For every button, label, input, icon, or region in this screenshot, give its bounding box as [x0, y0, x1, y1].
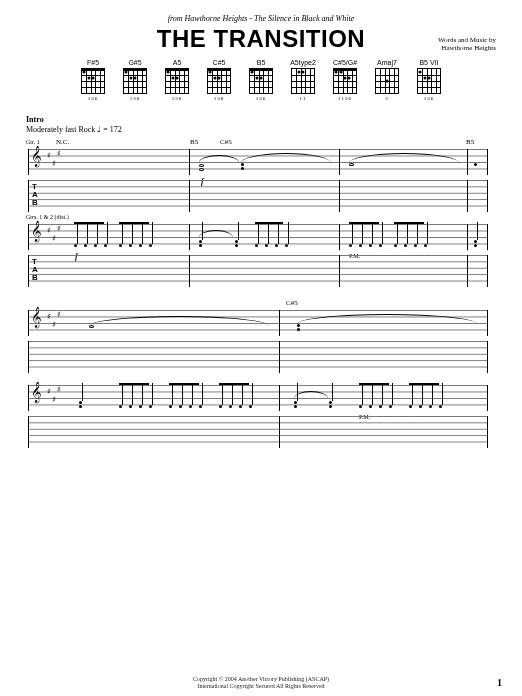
chord-fingering: 1136	[338, 96, 352, 101]
chord-diagram: F#5 136	[78, 59, 108, 101]
copyright-line-1: Copyright © 2004 Another Victory Publish…	[0, 676, 522, 683]
tablature-staff: TAB	[28, 180, 488, 212]
chord-fingering: 136	[424, 96, 435, 101]
chord-fingering: 136	[256, 96, 267, 101]
chord-markers: C#5	[26, 299, 496, 309]
sheet-music-page: from Hawthorne Heights - The Silence in …	[0, 0, 522, 470]
guitar-label: Gtrs. 1 & 2 (dist.)	[26, 214, 69, 220]
chord-diagram: A5type2 11	[288, 59, 318, 101]
chord-grid	[333, 68, 357, 94]
chord-grid	[417, 68, 441, 94]
tablature-staff: TAB	[28, 255, 488, 287]
chord-diagram: B5 136	[246, 59, 276, 101]
from-prefix: from Hawthorne Heights -	[168, 14, 254, 23]
chord-name: F#5	[87, 59, 99, 66]
tab-clef-icon: TAB	[32, 258, 38, 282]
tab-clef-icon: TAB	[32, 183, 38, 207]
chord-diagram: Amaj7 3	[372, 59, 402, 101]
chord-name: A5type2	[290, 59, 316, 66]
chord-name: B5	[257, 59, 266, 66]
chord-diagram: B5 VII 136	[414, 59, 444, 101]
chord-marker: B5	[466, 138, 474, 146]
key-sharp-icon: ♯	[47, 226, 51, 235]
key-sharp-icon: ♯	[57, 310, 61, 319]
chord-grid	[249, 68, 273, 94]
notation-system-1: N.C. B5 C#5 B5 Gtr. 1 𝄞 ♯ ♯ ♯	[26, 138, 496, 212]
key-sharp-icon: ♯	[57, 224, 61, 233]
chord-diagram: G#5 136	[120, 59, 150, 101]
chord-marker: C#5	[220, 138, 232, 146]
chord-name: C#5/G#	[333, 59, 357, 66]
chord-marker: B5	[190, 138, 198, 146]
chord-grid	[81, 68, 105, 94]
chord-fingering: 136	[88, 96, 99, 101]
notation-system-4: 𝄞 ♯ ♯ ♯	[26, 385, 496, 448]
key-sharp-icon: ♯	[47, 387, 51, 396]
chord-diagram-row: F#5 136 G#5 136 A5	[26, 59, 496, 101]
key-sharp-icon: ♯	[52, 395, 56, 404]
tablature-staff	[28, 341, 488, 373]
chord-grid	[375, 68, 399, 94]
chord-fingering: 3	[385, 96, 389, 101]
album-title: The Silence in Black and White	[254, 14, 354, 23]
chord-fingering: 136	[130, 96, 141, 101]
source-line: from Hawthorne Heights - The Silence in …	[26, 14, 496, 23]
chord-grid	[291, 68, 315, 94]
key-sharp-icon: ♯	[57, 149, 61, 158]
standard-notation-staff: 𝄞 ♯ ♯ ♯ f	[28, 149, 488, 175]
notation-system-2: Gtrs. 1 & 2 (dist.) 𝄞 ♯ ♯ ♯	[26, 224, 496, 287]
tempo-marking: Moderately fast Rock ♩ = 172	[26, 125, 496, 134]
copyright-line-2: International Copyright Secured All Righ…	[0, 683, 522, 690]
guitar-label: Gtr. 1	[26, 139, 40, 145]
chord-markers: N.C. B5 C#5 B5	[26, 138, 496, 148]
chord-name: G#5	[128, 59, 141, 66]
chord-grid	[207, 68, 231, 94]
key-sharp-icon: ♯	[52, 234, 56, 243]
song-title: THE TRANSITION	[26, 25, 496, 53]
chord-fingering: 136	[172, 96, 183, 101]
key-sharp-icon: ♯	[47, 151, 51, 160]
chord-name: B5 VII	[419, 59, 438, 66]
chord-name: A5	[173, 59, 182, 66]
chord-diagram: A5 136	[162, 59, 192, 101]
chord-grid	[123, 68, 147, 94]
chord-marker: N.C.	[56, 138, 69, 146]
tablature-staff	[28, 416, 488, 448]
chord-marker: C#5	[286, 299, 298, 307]
copyright-footer: Copyright © 2004 Another Victory Publish…	[0, 676, 522, 690]
credit-block: Words and Music by Hawthorne Heights	[438, 36, 496, 53]
treble-clef-icon: 𝄞	[31, 222, 42, 240]
chord-diagram: C#5 136	[204, 59, 234, 101]
standard-notation-staff: 𝄞 ♯ ♯ ♯	[28, 310, 488, 336]
credit-line-1: Words and Music by	[438, 36, 496, 44]
chord-fingering: 11	[300, 96, 307, 101]
chord-name: C#5	[213, 59, 226, 66]
chord-grid	[165, 68, 189, 94]
chord-fingering: 136	[214, 96, 225, 101]
key-sharp-icon: ♯	[52, 320, 56, 329]
notation-system-3: C#5 𝄞 ♯ ♯ ♯	[26, 299, 496, 373]
standard-notation-staff: 𝄞 ♯ ♯ ♯	[28, 385, 488, 411]
key-sharp-icon: ♯	[57, 385, 61, 394]
standard-notation-staff: 𝄞 ♯ ♯ ♯	[28, 224, 488, 250]
credit-line-2: Hawthorne Heights	[438, 44, 496, 52]
key-sharp-icon: ♯	[52, 159, 56, 168]
key-sharp-icon: ♯	[47, 312, 51, 321]
chord-diagram: C#5/G# 1136	[330, 59, 360, 101]
chord-name: Amaj7	[377, 59, 397, 66]
treble-clef-icon: 𝄞	[31, 147, 42, 165]
page-number: 1	[497, 677, 502, 688]
treble-clef-icon: 𝄞	[31, 383, 42, 401]
section-label-intro: Intro	[26, 115, 496, 124]
treble-clef-icon: 𝄞	[31, 308, 42, 326]
